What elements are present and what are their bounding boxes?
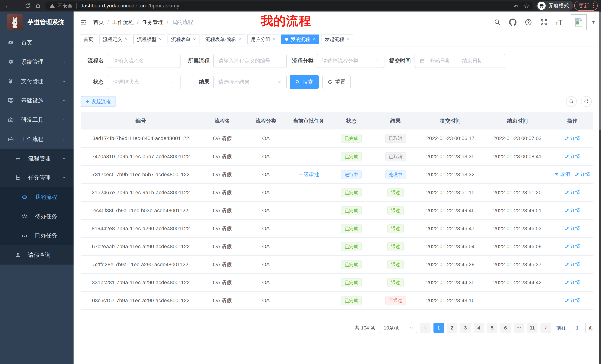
status-select[interactable]: 请选择状态 <box>108 75 180 89</box>
sidebar-item-todo-tasks[interactable]: 待办任务 <box>0 207 74 226</box>
row-name: OA 请假 <box>201 201 244 220</box>
prev-page-button[interactable] <box>420 323 431 333</box>
end-date-placeholder[interactable]: 结束日期 <box>462 57 483 64</box>
close-icon[interactable]: × <box>312 37 315 42</box>
detail-link[interactable]: 详情 <box>565 297 580 304</box>
detail-link[interactable]: 详情 <box>565 135 580 142</box>
search-icon[interactable] <box>494 19 501 26</box>
page-4-button[interactable]: 4 <box>474 323 484 333</box>
row-end-time: 2022-01-22 23:46:53 <box>483 220 551 238</box>
sidebar-item-task-mgmt[interactable]: 任务管理 <box>0 168 74 187</box>
current-task-link[interactable]: 一级审批 <box>298 172 319 177</box>
page-5-button[interactable]: 5 <box>487 323 497 333</box>
row-current-task <box>288 147 329 165</box>
detail-link[interactable]: 详情 <box>565 153 580 160</box>
row-id: 2152467e-7b9b-11ec-9a1b-acde48001122 <box>80 183 201 201</box>
sidebar-item-process-mgmt[interactable]: 流程管理 <box>0 149 74 168</box>
breadcrumb-workflow[interactable]: 工作流程 <box>112 19 134 26</box>
reset-button[interactable]: 重置 <box>322 75 351 89</box>
sidebar-item-payment[interactable]: ¥ 支付管理 <box>0 72 74 91</box>
row-category: OA <box>244 256 288 273</box>
close-icon[interactable]: × <box>125 37 127 42</box>
sidebar-item-home[interactable]: 首页 <box>0 33 74 52</box>
page-1-button[interactable]: 1 <box>433 323 444 333</box>
detail-link[interactable]: 详情 <box>565 207 580 213</box>
browser-reload-button[interactable] <box>23 1 32 10</box>
tab-start-process[interactable]: 发起流程× <box>321 35 353 44</box>
process-name-input[interactable] <box>108 54 180 68</box>
submit-time-range-picker[interactable]: 开始日期 - 结束日期 <box>415 54 505 68</box>
tab-process-definition[interactable]: 流程定义× <box>99 35 131 44</box>
page-ellipsis-button[interactable]: ••• <box>514 323 524 333</box>
detail-link[interactable]: 详情 <box>565 279 580 286</box>
browser-home-button[interactable] <box>33 1 42 10</box>
category-select[interactable]: 请选择流程分类 <box>317 54 384 68</box>
fullscreen-icon[interactable] <box>540 19 547 26</box>
process-def-input[interactable] <box>213 54 287 68</box>
page-2-button[interactable]: 2 <box>447 323 457 333</box>
sidebar-item-my-process[interactable]: 我的流程 <box>0 187 74 207</box>
detail-link[interactable]: 详情 <box>565 225 580 231</box>
next-page-button[interactable] <box>541 323 551 333</box>
close-icon[interactable]: × <box>347 37 349 42</box>
scrollbar-thumb[interactable] <box>599 11 601 130</box>
sidebar-item-system[interactable]: 系统管理 <box>0 52 74 72</box>
not-secure-label[interactable]: 不安全 <box>58 2 73 9</box>
page-11-button[interactable]: 11 <box>527 323 538 333</box>
detail-link[interactable]: 详情 <box>575 171 590 178</box>
start-process-button[interactable]: + 发起流程 <box>80 96 116 107</box>
font-size-icon[interactable]: TT <box>555 19 562 26</box>
sidebar-item-workflow[interactable]: 工作流程 <box>0 130 74 149</box>
row-end-time: 2022-01-23 00:07:03 <box>483 130 551 147</box>
app-logo-row[interactable]: 芋道管理系统 <box>0 11 74 33</box>
browser-back-button[interactable]: ← <box>3 1 12 10</box>
detail-link[interactable]: 详情 <box>565 189 580 196</box>
tab-process-form-edit[interactable]: 流程表单-编辑× <box>202 35 245 44</box>
result-badge: 通过 <box>387 206 404 215</box>
sidebar-item-leave-query[interactable]: 请假查询 <box>0 245 74 265</box>
refresh-button[interactable] <box>581 96 592 107</box>
browser-scrollbar[interactable] <box>599 11 601 364</box>
sidebar-item-devtools[interactable]: 研发工具 <box>0 110 74 130</box>
tab-home[interactable]: 首页 <box>80 35 97 44</box>
sidebar-item-infra[interactable]: 基础设施 <box>0 91 74 110</box>
tab-process-model[interactable]: 流程模型× <box>133 35 165 44</box>
url-host[interactable]: dashboard.yudao.iocoder.cn <box>80 3 146 9</box>
address-bar[interactable]: 不安全 dashboard.yudao.iocoder.cn/bpm/task/… <box>45 1 533 10</box>
page-6-button[interactable]: 6 <box>500 323 511 333</box>
tab-process-form[interactable]: 流程表单× <box>168 35 200 44</box>
goto-page-input[interactable] <box>569 323 586 333</box>
avatar[interactable] <box>571 14 587 30</box>
close-icon[interactable]: × <box>159 37 161 42</box>
browser-forward-button[interactable]: → <box>13 1 22 10</box>
close-icon[interactable]: × <box>193 37 196 42</box>
show-search-toggle-button[interactable] <box>566 96 577 107</box>
row-category: OA <box>244 291 288 309</box>
close-icon[interactable]: × <box>273 37 275 42</box>
start-date-placeholder[interactable]: 开始日期 <box>430 57 451 64</box>
hamburger-icon[interactable] <box>80 19 87 26</box>
bookmark-star-icon[interactable]: ☆ <box>524 2 529 10</box>
github-icon[interactable] <box>509 19 517 26</box>
result-select[interactable]: 请选择流结果 <box>213 75 287 89</box>
update-label[interactable]: 更新 <box>579 2 589 9</box>
table-row: 52ffd28e-7b9a-11ec-a290-acde48001122OA 请… <box>80 256 593 273</box>
page-3-button[interactable]: 3 <box>460 323 471 333</box>
sidebar-item-done-tasks[interactable]: 已办任务 <box>0 226 74 245</box>
breadcrumb-home[interactable]: 首页 <box>93 19 104 26</box>
password-key-icon[interactable] <box>513 3 519 9</box>
avatar-caret-icon[interactable]: ▾ <box>592 19 595 25</box>
browser-update-button[interactable]: 更新 <box>574 1 598 11</box>
detail-link[interactable]: 详情 <box>565 243 580 249</box>
page-size-select[interactable]: 10条/页 <box>380 323 417 333</box>
table-header-row: 编号 流程名 流程分类 当前审批任务 状态 结果 提交时间 结束时间 操作 <box>80 112 593 130</box>
close-icon[interactable]: × <box>239 37 241 42</box>
search-button[interactable]: 搜索 <box>290 75 319 89</box>
cancel-link[interactable]: 取消 <box>555 171 570 178</box>
browser-menu-icon[interactable] <box>593 3 594 8</box>
tab-user-group[interactable]: 用户分组× <box>247 35 279 44</box>
tab-my-process[interactable]: 我的流程× <box>281 35 319 44</box>
detail-link[interactable]: 详情 <box>565 261 580 268</box>
help-icon[interactable] <box>525 19 532 26</box>
breadcrumb-task-mgmt[interactable]: 任务管理 <box>142 19 163 26</box>
